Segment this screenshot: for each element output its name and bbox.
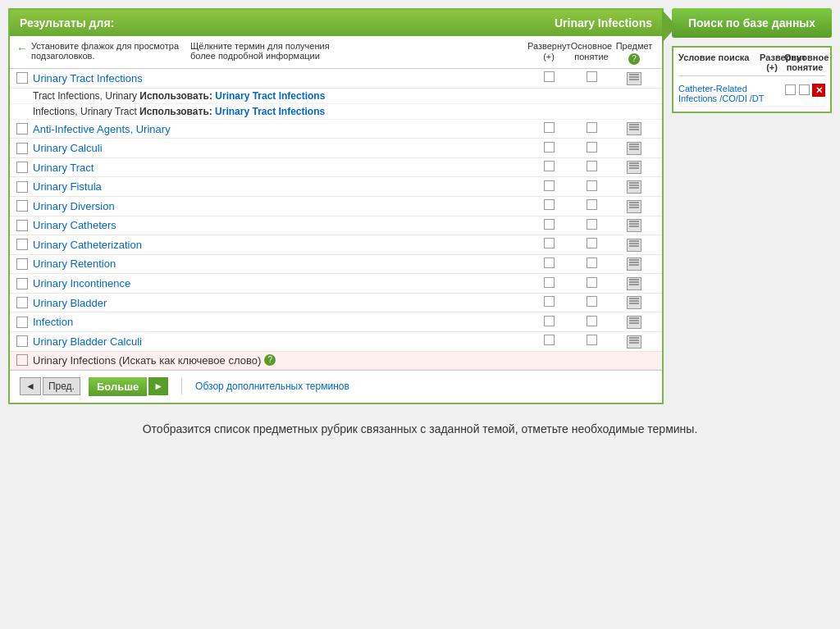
search-db-button[interactable]: Поиск по базе данных: [672, 8, 832, 38]
result-link-7[interactable]: Urinary Catheters: [33, 219, 527, 231]
main-checkbox-5[interactable]: [587, 180, 597, 191]
result-link-3[interactable]: Urinary Calculi: [33, 142, 527, 154]
expand-checkbox-7[interactable]: [544, 219, 555, 230]
col-header-main: Основноепонятие: [570, 41, 613, 62]
table-row: Urinary Catheters: [10, 217, 662, 236]
doc-icon-11: [627, 296, 641, 309]
keyword-checkbox[interactable]: [16, 354, 28, 366]
condition-delete-button-1[interactable]: ✕: [812, 84, 825, 97]
row-checkbox-2[interactable]: [16, 123, 28, 134]
expand-label: Развернут(+): [527, 41, 571, 62]
subject-cell-1: [613, 71, 655, 85]
main-checkbox-2[interactable]: [587, 122, 597, 133]
row-checkbox-3[interactable]: [16, 143, 28, 154]
subject-label: Предмет: [616, 41, 653, 51]
keyword-text: Urinary Infections (Искать как ключевое …: [33, 354, 261, 367]
expand-checkbox-13[interactable]: [544, 335, 555, 345]
doc-icon-4: [627, 161, 641, 174]
right-panel: Поиск по базе данных Условие поиска Разв…: [672, 8, 832, 113]
row-checkbox-5[interactable]: [16, 181, 28, 193]
subject-question-icon[interactable]: ?: [628, 53, 640, 65]
result-link-9[interactable]: Urinary Retention: [33, 258, 527, 270]
result-link-4[interactable]: Urinary Tract: [33, 162, 527, 174]
main-checkbox-11[interactable]: [587, 296, 597, 307]
row-checkbox-11[interactable]: [16, 297, 28, 308]
doc-icon-2: [627, 122, 641, 135]
header-search-term: Urinary Infections: [555, 16, 652, 30]
result-link-5[interactable]: Urinary Fistula: [33, 180, 527, 193]
use-link-1a[interactable]: Urinary Tract Infections: [215, 90, 325, 102]
main-checkbox-10[interactable]: [587, 277, 597, 288]
bottom-text-content: Отобразится список предметных рубрик свя…: [143, 422, 698, 435]
main-checkbox-12[interactable]: [587, 316, 597, 326]
row-checkbox-6[interactable]: [16, 200, 28, 212]
expand-checkbox-1[interactable]: [544, 71, 555, 82]
row-checkbox-7[interactable]: [16, 220, 28, 231]
result-link-8[interactable]: Urinary Catheterization: [33, 239, 527, 251]
main-checkbox-8[interactable]: [587, 238, 597, 248]
main-checkbox-1[interactable]: [587, 71, 597, 82]
overview-link[interactable]: Обзор дополнительных терминов: [195, 381, 349, 392]
doc-icon-3: [627, 142, 641, 155]
right-instruction: Щёлкните термин для получения более подр…: [190, 41, 354, 61]
condition-expand-check-1[interactable]: [785, 84, 796, 95]
row-checkbox-1[interactable]: [16, 72, 28, 84]
prev-arrow-button[interactable]: ◄: [20, 377, 41, 395]
expand-checkbox-3[interactable]: [544, 142, 555, 153]
table-row: Infection: [10, 312, 662, 332]
instructions: ← Установите флажок для просмотра подзаг…: [16, 41, 527, 61]
result-link-11[interactable]: Urinary Bladder: [33, 297, 527, 309]
main-checkbox-4[interactable]: [587, 161, 597, 171]
main-concept-col-header: Основное понятие: [784, 52, 825, 72]
row-checkbox-8[interactable]: [16, 239, 28, 250]
main-checkbox-6[interactable]: [587, 199, 597, 210]
more-label-button[interactable]: Больше: [89, 377, 147, 396]
table-row: Urinary Incontinence: [10, 274, 662, 294]
table-row: Urinary Diversion: [10, 197, 662, 217]
expand-checkbox-10[interactable]: [544, 277, 555, 288]
result-link-10[interactable]: Urinary Incontinence: [33, 277, 527, 289]
use-link-1b[interactable]: Urinary Tract Infections: [215, 106, 325, 117]
pagination-divider: [181, 378, 182, 394]
row-checkbox-9[interactable]: [16, 258, 28, 270]
page-wrapper: Результаты для: Urinary Infections ← Уст…: [0, 0, 840, 629]
keyword-suffix: (Искать как ключевое слово): [119, 354, 261, 367]
main-checkbox-7[interactable]: [587, 219, 597, 230]
prev-label-button[interactable]: Пред.: [43, 377, 80, 395]
table-row: Urinary Tract Infections: [10, 69, 662, 89]
expand-checkbox-6[interactable]: [544, 199, 555, 210]
result-link-6[interactable]: Urinary Diversion: [33, 200, 527, 212]
expand-checkbox-8[interactable]: [544, 238, 555, 248]
expand-checkbox-9[interactable]: [544, 258, 555, 268]
left-arrow-icon: ←: [16, 42, 28, 55]
expand-checkbox-5[interactable]: [544, 180, 555, 191]
row-checkbox-13[interactable]: [16, 335, 28, 347]
expand-checkbox-2[interactable]: [544, 122, 555, 133]
row-checkbox-12[interactable]: [16, 317, 28, 328]
main-checkbox-3[interactable]: [587, 142, 597, 153]
row-checkbox-4[interactable]: [16, 162, 28, 173]
main-checkbox-13[interactable]: [587, 335, 597, 345]
right-instruction-text: Щёлкните термин для получения более подр…: [190, 41, 354, 61]
result-link-2[interactable]: Anti-Infective Agents, Urinary: [33, 123, 527, 135]
more-arrow-button[interactable]: ►: [148, 377, 168, 395]
results-list: Urinary Tract Infections Tract Infection…: [10, 69, 662, 369]
pagination-bar: ◄ Пред. Больше ► Обзор дополнительных те…: [10, 370, 662, 403]
main-checkbox-9[interactable]: [587, 258, 597, 268]
row-checkbox-10[interactable]: [16, 278, 28, 289]
expand-checkbox-11[interactable]: [544, 296, 555, 307]
table-row: Anti-Infective Agents, Urinary: [10, 120, 662, 139]
expand-checkbox-12[interactable]: [544, 316, 555, 326]
keyword-question-icon[interactable]: ?: [264, 354, 276, 366]
table-row: Urinary Catheterization: [10, 235, 662, 255]
doc-icon-13: [627, 335, 641, 349]
table-row: Urinary Bladder: [10, 294, 662, 313]
expand-checkbox-4[interactable]: [544, 161, 555, 171]
result-link-1[interactable]: Urinary Tract Infections: [33, 72, 527, 84]
condition-main-check-1[interactable]: [799, 84, 810, 95]
sub-item-1a: Tract Infections, Urinary Использовать: …: [10, 89, 662, 104]
conditions-header: Условие поиска Развернут(+) Основное пон…: [678, 52, 825, 76]
result-link-13[interactable]: Urinary Bladder Calculi: [33, 335, 527, 348]
result-link-12[interactable]: Infection: [33, 316, 527, 328]
doc-icon-7: [627, 219, 641, 232]
